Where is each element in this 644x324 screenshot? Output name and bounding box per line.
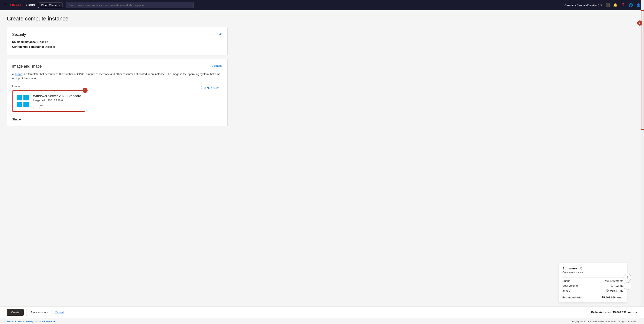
globe-icon[interactable]: 🌐	[629, 3, 633, 7]
confidential-value-text: Disabled	[45, 45, 56, 48]
shielded-value-text: Disabled	[38, 40, 48, 44]
image-build: Image build: 2024.04.18-0	[33, 99, 81, 102]
summary-boot-value: ₹37.02/mo	[610, 284, 623, 287]
cloud-classic-button[interactable]: Cloud Classic ›	[38, 2, 62, 8]
confidential-computing-row: Confidential computing: Disabled	[12, 45, 222, 48]
bell-icon[interactable]: 🔔	[613, 3, 618, 7]
image-shape-description: A shape is a template that determines th…	[12, 72, 222, 80]
badge-1: 1	[82, 88, 88, 93]
image-selection-box[interactable]: 1 Windows Server 2022 Standard Image bui…	[12, 90, 85, 112]
create-button[interactable]: Create	[7, 309, 24, 316]
summary-header: Summary i	[562, 266, 623, 270]
region-selector[interactable]: Germany Central (Frankfurt) ∨	[564, 4, 602, 7]
image-shape-card-header: Image and shape Collapse	[12, 64, 222, 69]
badge-2: 2	[637, 20, 642, 26]
shielded-instance-row: Shielded instance: Disabled	[12, 40, 222, 44]
top-navigation: ☰ ORACLE Cloud Cloud Classic › Germany C…	[0, 0, 644, 10]
summary-divider	[562, 277, 623, 278]
estimated-cost-text: Estimated cost: ₹5,667.05/month ∧	[591, 311, 637, 314]
security-edit-link[interactable]: Edit	[218, 32, 222, 36]
help-grid-icon[interactable]: ⣿	[624, 282, 631, 290]
page-content: Create compute instance Security Edit Sh…	[0, 10, 644, 324]
summary-image-row: Image ₹4,968.47/mo	[562, 289, 623, 292]
image-row: 1 Windows Server 2022 Standard Image bui…	[12, 90, 222, 116]
shape-link[interactable]: shape	[15, 72, 22, 76]
cancel-button[interactable]: Cancel	[55, 311, 64, 314]
summary-subtitle: Compute instance	[562, 271, 623, 274]
save-as-stack-button[interactable]: Save as stack	[26, 309, 52, 316]
confidential-label: Confidential computing:	[12, 45, 44, 48]
summary-boot-row: Boot volume ₹37.02/mo	[562, 284, 623, 287]
help-icon[interactable]: ❓	[621, 3, 625, 7]
search-input[interactable]	[66, 2, 194, 8]
windows-logo-icon	[16, 94, 30, 108]
summary-total-row: Estimated total ₹5,667.05/month	[562, 294, 623, 299]
user-icon[interactable]: 👤	[636, 3, 640, 7]
hamburger-icon[interactable]: ☰	[4, 3, 7, 8]
cloud-shell-icon[interactable]: ⬛	[606, 3, 610, 7]
main-content: Create compute instance Security Edit Sh…	[0, 10, 234, 135]
svg-rect-2	[16, 102, 22, 107]
page-title: Create compute instance	[7, 15, 228, 22]
cost-chevron-up[interactable]: ∧	[635, 311, 637, 314]
help-widget: ? ⣿	[624, 274, 631, 290]
help-circle-icon[interactable]: ?	[624, 274, 631, 281]
image-shape-card: Image and shape Collapse A shape is a te…	[7, 59, 228, 126]
summary-shape-value: ₹661.56/month	[604, 279, 623, 282]
oracle-text: ORACLE	[10, 3, 25, 7]
cookie-preferences-link[interactable]: Cookie Preferences	[36, 320, 57, 323]
summary-info-icon[interactable]: i	[578, 267, 582, 270]
topnav-right: Germany Central (Frankfurt) ∨ ⬛ 🔔 ❓ 🌐 👤	[564, 3, 640, 7]
collapse-link[interactable]: Collapse	[212, 64, 222, 67]
bm-icon: BM	[39, 104, 43, 108]
footer-copyright: Copyright © 2024, Oracle and/or its affi…	[571, 320, 637, 323]
footer: Terms of Use and Privacy Cookie Preferen…	[0, 319, 644, 324]
shield-icon: 🛡	[33, 104, 37, 108]
svg-rect-3	[24, 102, 29, 107]
security-card-header: Security Edit	[12, 32, 222, 37]
security-card-title: Security	[12, 32, 26, 37]
svg-rect-0	[16, 95, 22, 100]
estimated-cost-display: Estimated cost: ₹5,667.05/month ∧	[591, 311, 637, 314]
image-icons: 🛡 BM	[33, 104, 81, 108]
summary-image-value: ₹4,968.47/mo	[606, 289, 623, 292]
security-card: Security Edit Shielded instance: Disable…	[7, 27, 228, 56]
svg-rect-1	[24, 95, 29, 100]
image-name: Windows Server 2022 Standard	[33, 94, 81, 98]
cloud-text: Cloud	[26, 3, 35, 7]
bottom-action-bar: Create Save as stack Cancel Estimated co…	[0, 306, 644, 318]
summary-boot-label: Boot volume	[562, 284, 578, 287]
summary-title: Summary	[562, 266, 577, 270]
shielded-label: Shielded instance:	[12, 40, 37, 44]
footer-left: Terms of Use and Privacy Cookie Preferen…	[7, 320, 57, 323]
summary-shape-label: Shape	[562, 279, 570, 282]
summary-total-value: ₹5,667.05/month	[602, 296, 623, 299]
image-section-label: Image	[12, 84, 222, 88]
summary-panel: Summary i Compute instance Shape ₹661.56…	[559, 263, 627, 303]
summary-total-label: Estimated total	[562, 296, 582, 299]
summary-image-label: Image	[562, 289, 570, 292]
summary-shape-row: Shape ₹661.56/month	[562, 279, 623, 282]
image-shape-card-title: Image and shape	[12, 64, 42, 69]
change-image-button[interactable]: Change image	[197, 84, 222, 91]
image-info: Windows Server 2022 Standard Image build…	[33, 94, 81, 108]
oracle-logo: ORACLE Cloud	[10, 3, 35, 7]
shape-section-label: Shape	[12, 118, 222, 121]
terms-link[interactable]: Terms of Use and Privacy	[7, 320, 34, 323]
